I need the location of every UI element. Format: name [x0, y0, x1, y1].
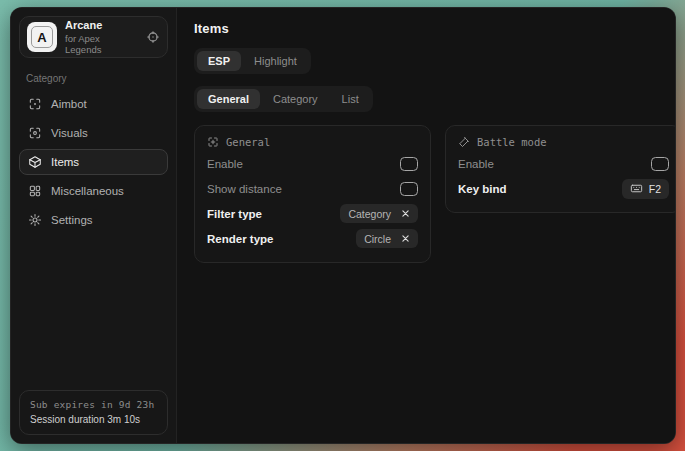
sidebar-nav: Aimbot Visuals Items [19, 91, 168, 233]
sidebar-item-items[interactable]: Items [19, 149, 168, 175]
crosshair-icon[interactable] [146, 30, 160, 44]
key-bind-label: Key bind [458, 183, 507, 195]
package-box-icon [28, 155, 42, 169]
app-logo: A [27, 22, 57, 52]
panel-title: General [226, 136, 270, 148]
enable-checkbox[interactable] [400, 157, 418, 171]
battle-enable-row: Enable [458, 151, 669, 176]
crosshair-scan-icon [28, 97, 42, 111]
render-type-label: Render type [207, 233, 273, 245]
show-distance-label: Show distance [207, 183, 282, 195]
sidebar-item-label: Miscellaneous [51, 185, 124, 197]
tab-list[interactable]: List [331, 89, 370, 109]
tab-general[interactable]: General [197, 89, 260, 109]
sword-icon [458, 136, 470, 148]
sidebar-item-label: Visuals [51, 127, 88, 139]
main-content: Items ESP Highlight General Category Lis… [177, 8, 676, 443]
general-panel-header: General [207, 136, 418, 148]
render-type-row: Render type Circle [207, 226, 418, 251]
app-window: A Arcane for Apex Legends Category [10, 7, 676, 444]
brand-card: A Arcane for Apex Legends [19, 16, 168, 58]
sidebar-item-visuals[interactable]: Visuals [19, 120, 168, 146]
filter-type-select[interactable]: Category [340, 204, 418, 223]
mode-tab-row: ESP Highlight [194, 48, 676, 74]
battle-enable-checkbox[interactable] [651, 157, 669, 171]
gear-icon [28, 213, 42, 227]
filter-type-row: Filter type Category [207, 201, 418, 226]
view-tab-group: General Category List [194, 86, 373, 112]
sidebar-item-miscellaneous[interactable]: Miscellaneous [19, 178, 168, 204]
view-tab-row: General Category List [194, 86, 676, 112]
battle-mode-panel-header: Battle mode [458, 136, 669, 148]
subscription-info-box: Sub expires in 9d 23h Session duration 3… [19, 390, 168, 435]
session-duration-text: Session duration 3m 10s [30, 414, 157, 425]
grid-icon [28, 184, 42, 198]
page-title: Items [194, 21, 676, 36]
show-distance-row: Show distance [207, 176, 418, 201]
mode-tab-group: ESP Highlight [194, 48, 311, 74]
render-type-value: Circle [364, 233, 391, 245]
app-subtitle: for Apex Legends [65, 33, 138, 55]
tab-category[interactable]: Category [262, 89, 329, 109]
logo-letter: A [31, 26, 53, 48]
sub-expires-text: Sub expires in 9d 23h [30, 399, 157, 410]
category-section-label: Category [26, 73, 161, 84]
filter-type-value: Category [348, 208, 391, 220]
clear-icon[interactable] [401, 209, 410, 218]
key-bind-row: Key bind F2 [458, 176, 669, 201]
keyboard-icon [630, 182, 643, 195]
sidebar-item-settings[interactable]: Settings [19, 207, 168, 233]
brand-text: Arcane for Apex Legends [65, 19, 138, 55]
render-type-select[interactable]: Circle [356, 229, 418, 248]
tab-highlight[interactable]: Highlight [243, 51, 308, 71]
eye-scan-icon [28, 126, 42, 140]
sidebar-item-label: Items [51, 156, 79, 168]
sidebar-item-label: Settings [51, 214, 93, 226]
enable-row: Enable [207, 151, 418, 176]
sidebar-item-label: Aimbot [51, 98, 87, 110]
show-distance-checkbox[interactable] [400, 182, 418, 196]
panels-row: General Enable Show distance Filter type… [194, 125, 676, 263]
battle-mode-panel: Battle mode Enable Key bind F2 [445, 125, 676, 213]
key-bind-button[interactable]: F2 [622, 179, 669, 199]
panel-title: Battle mode [477, 136, 547, 148]
enable-label: Enable [207, 158, 243, 170]
app-name: Arcane [65, 19, 138, 31]
sidebar-item-aimbot[interactable]: Aimbot [19, 91, 168, 117]
key-bind-value: F2 [649, 183, 661, 195]
general-panel: General Enable Show distance Filter type… [194, 125, 431, 263]
sidebar: A Arcane for Apex Legends Category [11, 8, 177, 443]
clear-icon[interactable] [401, 234, 410, 243]
filter-type-label: Filter type [207, 208, 262, 220]
battle-enable-label: Enable [458, 158, 494, 170]
viewfinder-icon [207, 136, 219, 148]
tab-esp[interactable]: ESP [197, 51, 241, 71]
